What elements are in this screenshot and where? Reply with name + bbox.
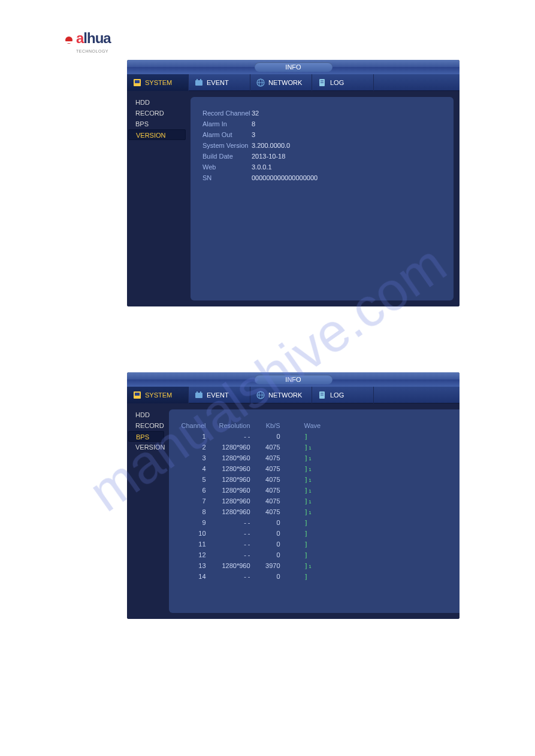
logo-rest: lhua: [83, 30, 110, 46]
bps-wave-end: [: [388, 530, 460, 538]
info-row-alarm-in: Alarm In 8: [202, 119, 442, 129]
info-value: 2013-10-18: [252, 153, 285, 160]
sidebar-item-version[interactable]: VERSION: [127, 442, 165, 453]
svg-rect-14: [135, 393, 140, 396]
brand-mark-icon: [63, 36, 75, 48]
info-label: Alarm Out: [202, 131, 252, 138]
info-label: Record Channel: [202, 110, 252, 117]
tab-log-label: LOG: [330, 79, 344, 86]
bps-row: 21280*9604075]₁[: [181, 442, 460, 453]
bps-resolution: 1280*960: [211, 562, 250, 569]
bps-resolution: - -: [211, 551, 250, 558]
bps-header-channel: Channel: [181, 422, 211, 429]
bps-row: 81280*9604075]₁[: [181, 506, 460, 517]
system-icon: [133, 78, 141, 87]
info-label: SN: [202, 174, 252, 181]
bps-channel: 7: [181, 497, 211, 505]
system-icon: [133, 391, 141, 399]
bps-channel: 5: [181, 476, 211, 483]
bps-resolution: - -: [211, 573, 250, 580]
svg-rect-3: [135, 80, 140, 83]
bps-wave-end: [: [388, 465, 460, 473]
sidebar-item-bps[interactable]: BPS: [128, 431, 164, 442]
sidebar-item-hdd[interactable]: HDD: [127, 409, 165, 420]
sidebar-item-record[interactable]: RECORD: [127, 420, 165, 431]
logo-subtext: TECHNOLOGY: [76, 49, 108, 53]
bps-channel: 14: [181, 573, 211, 580]
tab-system-label: SYSTEM: [145, 79, 172, 86]
bps-wave-end: [: [388, 519, 460, 527]
sidebar-item-version[interactable]: VERSION: [128, 129, 186, 140]
tabs-row: SYSTEM EVENT NETWORK LOG: [127, 74, 460, 91]
svg-rect-4: [195, 80, 202, 86]
info-window-bps: INFO SYSTEM EVENT NETWORK LOG: [127, 372, 460, 619]
bps-wave: ]: [280, 530, 388, 538]
bps-row: 11- -0][: [181, 539, 460, 549]
tab-log[interactable]: LOG: [312, 74, 374, 91]
bps-header-row: Channel Resolution Kb/S Wave: [181, 420, 460, 431]
bps-resolution: 1280*960: [211, 476, 250, 483]
tab-network[interactable]: NETWORK: [250, 387, 312, 403]
bps-resolution: 1280*960: [211, 508, 250, 515]
bps-resolution: - -: [211, 519, 250, 526]
bps-header-resolution: Resolution: [211, 422, 250, 429]
bps-resolution: 1280*960: [211, 497, 250, 505]
bps-kbs: 0: [250, 530, 280, 537]
window-title: INFO: [255, 62, 333, 72]
bps-wave-end: [: [388, 444, 460, 451]
sidebar-item-bps[interactable]: BPS: [127, 119, 187, 129]
sidebar-item-hdd[interactable]: HDD: [127, 97, 187, 108]
tab-system-label: SYSTEM: [145, 391, 172, 399]
bps-resolution: - -: [211, 530, 250, 537]
bps-wave: ]: [280, 551, 388, 559]
bps-wave: ]₁: [280, 487, 388, 494]
bps-kbs: 4075: [250, 508, 280, 515]
bps-channel: 2: [181, 444, 211, 451]
bps-wave: ]₁: [280, 465, 388, 473]
tab-network[interactable]: NETWORK: [250, 74, 312, 91]
event-icon: [195, 391, 203, 399]
bps-kbs: 0: [250, 573, 280, 580]
bps-wave: ]₁: [280, 444, 388, 451]
bps-wave-end: [: [388, 433, 460, 441]
info-row-alarm-out: Alarm Out 3: [202, 129, 442, 140]
bps-row: 1- -0][: [181, 431, 460, 442]
bps-kbs: 4075: [250, 465, 280, 472]
tab-event[interactable]: EVENT: [189, 74, 250, 91]
brand-logo: alhua TECHNOLOGY: [63, 30, 535, 54]
sidebar: HDD RECORD BPS VERSION: [127, 91, 187, 306]
info-row-build-date: Build Date 2013-10-18: [202, 151, 442, 162]
info-value: 32: [252, 110, 259, 117]
bps-wave: ]: [280, 433, 388, 441]
info-row-sn: SN 000000000000000000: [202, 172, 442, 183]
tabs-row: SYSTEM EVENT NETWORK LOG: [127, 387, 460, 403]
tab-log[interactable]: LOG: [312, 387, 374, 403]
event-icon: [195, 78, 203, 87]
bps-kbs: 0: [250, 541, 280, 548]
sidebar-item-record[interactable]: RECORD: [127, 108, 187, 119]
tab-network-label: NETWORK: [268, 391, 302, 399]
bps-row: 61280*9604075]₁[: [181, 485, 460, 496]
info-row-system-version: System Version 3.200.0000.0: [202, 140, 442, 151]
tab-system[interactable]: SYSTEM: [127, 387, 189, 403]
svg-rect-17: [200, 391, 201, 393]
bps-wave-end: [: [388, 541, 460, 548]
bps-row: 14- -0][: [181, 571, 460, 582]
tab-system[interactable]: SYSTEM: [127, 74, 189, 91]
version-panel: Record Channel 32 Alarm In 8 Alarm Out 3…: [191, 97, 454, 300]
bps-resolution: 1280*960: [211, 454, 250, 462]
info-label: Alarm In: [202, 120, 252, 127]
bps-channel: 10: [181, 530, 211, 537]
bps-channel: 13: [181, 562, 211, 569]
bps-wave: ]₁: [280, 497, 388, 505]
title-bar: INFO: [127, 60, 460, 74]
svg-rect-15: [195, 393, 202, 398]
svg-rect-5: [197, 79, 198, 81]
bps-wave: ]: [280, 573, 388, 581]
tab-event-label: EVENT: [207, 79, 229, 86]
bps-kbs: 3970: [250, 562, 280, 569]
bps-table: Channel Resolution Kb/S Wave 1- -0][2128…: [181, 420, 460, 582]
svg-rect-16: [197, 391, 198, 393]
tab-event[interactable]: EVENT: [189, 387, 250, 403]
logo-prefix: a: [76, 30, 83, 46]
